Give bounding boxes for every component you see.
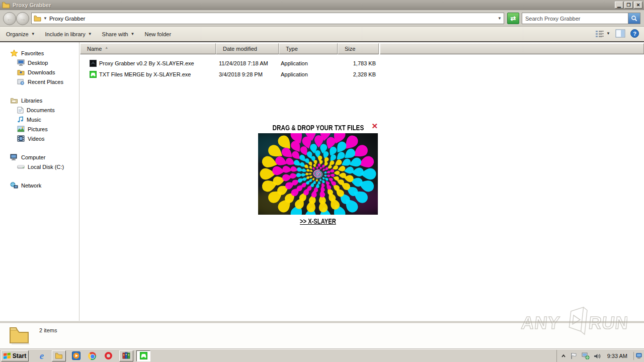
chrome-icon [88, 352, 96, 360]
sidebar-group-computer[interactable]: Computer [0, 152, 79, 162]
share-with-menu[interactable]: Share with▼ [98, 29, 139, 39]
file-row-proxy-grabber[interactable]: Proxy Grabber v0.2 By X-SLAYER.exe 11/24… [80, 58, 462, 69]
internet-explorer-button[interactable]: e [36, 350, 48, 361]
music-icon [17, 116, 24, 123]
documents-icon [17, 107, 24, 114]
overlay-title: DRAG & DROP YOUR TXT FILES [272, 123, 364, 132]
internet-explorer-icon: e [40, 351, 44, 360]
sidebar-item-recent-places[interactable]: Recent Places [0, 77, 79, 86]
downloads-icon [17, 69, 25, 75]
chevron-down-icon: ▼ [131, 32, 135, 36]
minimize-button[interactable]: ▁ [615, 2, 623, 9]
command-toolbar: Organize▼ Include in library▼ Share with… [0, 27, 644, 42]
sidebar-group-network[interactable]: Network [0, 180, 79, 190]
new-folder-button[interactable]: New folder [140, 29, 175, 39]
local-disk-icon [17, 164, 25, 170]
item-count: 2 items [39, 327, 57, 333]
overlay-close-icon[interactable]: ✕ [371, 122, 378, 130]
navigation-pane: Favorites Desktop Downloads Recent Place… [0, 42, 79, 321]
close-button[interactable]: ✕ [634, 2, 642, 9]
green-gamepad-icon [90, 71, 97, 78]
help-button[interactable]: ? [630, 29, 639, 38]
search-input[interactable] [522, 16, 628, 22]
x-slayer-link[interactable]: >> X-SLAYER [300, 217, 336, 225]
sidebar-group-favorites[interactable]: Favorites [0, 48, 79, 58]
title-bar: Proxy Grabber ▁ ❐ ✕ [0, 0, 644, 10]
preview-pane-button[interactable] [615, 29, 625, 38]
details-pane: 2 items [0, 323, 644, 349]
txt-merge-taskbar-button[interactable] [136, 350, 150, 361]
chrome-button[interactable] [86, 350, 98, 361]
file-row-txt-files-merge[interactable]: TXT Files MERGE by X-SLAYER.exe 3/4/2018… [80, 69, 462, 80]
sidebar-item-documents[interactable]: Documents [0, 105, 79, 115]
window-title: Proxy Grabber [13, 2, 51, 8]
windows-logo-icon [4, 352, 11, 359]
winrar-taskbar-button[interactable] [119, 350, 133, 361]
column-header-size[interactable]: Size [338, 43, 379, 54]
taskbar: Start e [0, 349, 644, 362]
column-header-date-modified[interactable]: Date modified [216, 43, 279, 54]
include-in-library-menu[interactable]: Include in library▼ [41, 29, 96, 39]
sort-ascending-icon: ▲ [105, 46, 108, 49]
opera-icon [105, 352, 112, 359]
sidebar-item-desktop[interactable]: Desktop [0, 58, 79, 67]
back-button[interactable]: ← [3, 12, 16, 25]
sidebar-item-local-disk-c[interactable]: Local Disk (C:) [0, 162, 79, 171]
sidebar-item-videos[interactable]: Videos [0, 134, 79, 143]
pictures-icon [17, 126, 25, 132]
action-center-flag-icon[interactable] [570, 352, 578, 359]
explorer-folder-icon [55, 352, 63, 359]
start-button[interactable]: Start [1, 350, 29, 361]
show-desktop-icon[interactable] [633, 352, 643, 360]
winrar-books-icon [122, 352, 130, 359]
chevron-down-icon: ▼ [606, 31, 610, 36]
sidebar-item-music[interactable]: Music [0, 115, 79, 124]
search-button[interactable] [628, 13, 640, 24]
address-bar[interactable]: ▼ Proxy Grabber ▼ [31, 13, 504, 24]
column-header-type[interactable]: Type [279, 43, 338, 54]
recent-places-icon [17, 78, 25, 85]
search-icon [631, 15, 637, 22]
column-header-filler [380, 43, 644, 54]
sidebar-group-libraries[interactable]: Libraries [0, 96, 79, 105]
media-player-icon [72, 351, 80, 360]
chevron-down-icon: ▼ [88, 32, 92, 36]
tray-clock[interactable]: 9:33 AM [605, 353, 629, 359]
address-folder-icon [34, 15, 41, 22]
search-box [522, 13, 640, 24]
refresh-button[interactable]: ⇄ [507, 13, 519, 24]
spiral-drop-target-image[interactable] [258, 133, 378, 215]
column-header-name[interactable]: Name▲ [80, 43, 216, 54]
videos-icon [17, 135, 25, 142]
drag-drop-overlay-window: DRAG & DROP YOUR TXT FILES ✕ >> X-SLAYER [258, 122, 378, 226]
change-view-button[interactable]: ▼ [595, 30, 610, 38]
explorer-taskbar-button[interactable] [52, 350, 66, 361]
opera-button[interactable] [102, 350, 114, 361]
favorites-star-icon [10, 49, 18, 57]
current-folder-icon [8, 324, 30, 345]
sidebar-item-downloads[interactable]: Downloads [0, 67, 79, 77]
media-player-button[interactable] [70, 350, 82, 361]
window-folder-icon [2, 2, 10, 9]
system-tray: 9:33 AM [556, 350, 643, 362]
organize-menu[interactable]: Organize▼ [2, 29, 39, 39]
green-gamepad-icon [140, 352, 147, 359]
desktop-icon [17, 59, 25, 66]
address-crumb-caret[interactable]: ▼ [43, 16, 47, 21]
network-tray-icon[interactable] [582, 352, 590, 359]
svg-text:?: ? [633, 31, 636, 37]
sidebar-item-pictures[interactable]: Pictures [0, 124, 79, 134]
restore-button[interactable]: ❐ [624, 2, 633, 9]
chevron-down-icon: ▼ [31, 32, 35, 36]
computer-icon [10, 154, 18, 161]
address-dropdown-icon[interactable]: ▼ [498, 16, 502, 21]
volume-icon[interactable] [594, 353, 601, 359]
forward-button[interactable]: → [16, 12, 29, 25]
dark-app-icon [90, 60, 97, 67]
address-breadcrumb[interactable]: Proxy Grabber [49, 16, 86, 22]
tray-expand-chevron-icon[interactable] [561, 353, 566, 358]
navigation-bar: ← → ▼ Proxy Grabber ▼ ⇄ [0, 10, 644, 27]
network-icon [10, 182, 18, 189]
libraries-icon [10, 97, 18, 104]
views-icon [595, 30, 604, 38]
